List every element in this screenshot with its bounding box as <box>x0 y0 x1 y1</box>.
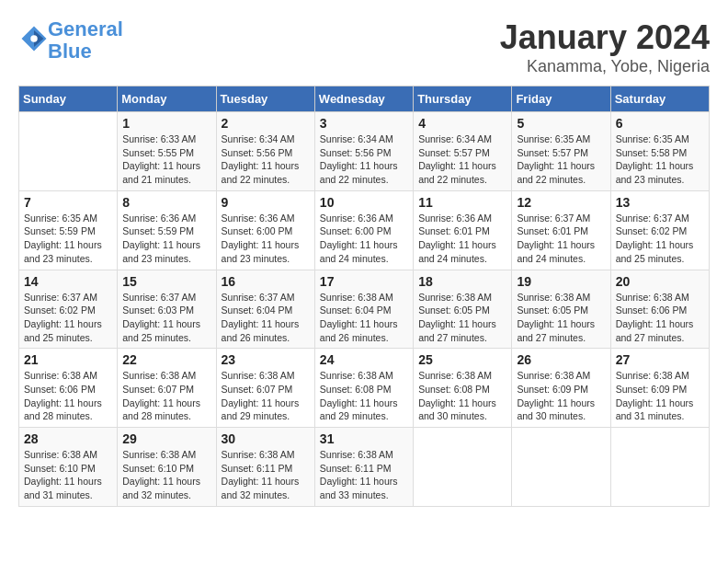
day-number: 23 <box>222 352 310 367</box>
day-number: 9 <box>222 195 310 210</box>
col-header-monday: Monday <box>118 86 216 112</box>
day-info: Sunrise: 6:34 AM Sunset: 5:57 PM Dayligh… <box>418 132 506 187</box>
day-number: 29 <box>122 431 210 446</box>
logo-icon <box>20 25 48 52</box>
day-number: 24 <box>320 352 408 367</box>
day-info: Sunrise: 6:35 AM Sunset: 5:57 PM Dayligh… <box>517 132 605 187</box>
calendar-header-row: SundayMondayTuesdayWednesdayThursdayFrid… <box>19 86 710 112</box>
logo-line1: General <box>48 17 123 40</box>
day-info: Sunrise: 6:37 AM Sunset: 6:04 PM Dayligh… <box>222 291 310 345</box>
day-number: 8 <box>122 195 210 210</box>
day-info: Sunrise: 6:37 AM Sunset: 6:03 PM Dayligh… <box>122 291 210 345</box>
day-info: Sunrise: 6:38 AM Sunset: 6:06 PM Dayligh… <box>24 369 112 423</box>
day-number: 2 <box>222 116 310 131</box>
calendar-week-row: 21Sunrise: 6:38 AM Sunset: 6:06 PM Dayli… <box>19 349 710 428</box>
day-info: Sunrise: 6:37 AM Sunset: 6:02 PM Dayligh… <box>24 291 112 345</box>
day-info: Sunrise: 6:38 AM Sunset: 6:06 PM Dayligh… <box>616 291 704 345</box>
day-number: 7 <box>24 195 112 210</box>
calendar-cell: 10Sunrise: 6:36 AM Sunset: 6:00 PM Dayli… <box>314 190 413 270</box>
calendar-cell: 28Sunrise: 6:38 AM Sunset: 6:10 PM Dayli… <box>19 428 118 507</box>
svg-point-2 <box>30 35 38 42</box>
day-info: Sunrise: 6:38 AM Sunset: 6:07 PM Dayligh… <box>122 369 210 423</box>
calendar-cell: 8Sunrise: 6:36 AM Sunset: 5:59 PM Daylig… <box>118 190 216 270</box>
calendar-cell: 1Sunrise: 6:33 AM Sunset: 5:55 PM Daylig… <box>118 112 216 191</box>
calendar-cell: 12Sunrise: 6:37 AM Sunset: 6:01 PM Dayli… <box>512 190 610 270</box>
calendar-cell: 13Sunrise: 6:37 AM Sunset: 6:02 PM Dayli… <box>610 190 709 270</box>
calendar-cell: 31Sunrise: 6:38 AM Sunset: 6:11 PM Dayli… <box>314 428 413 507</box>
day-number: 30 <box>222 431 310 446</box>
col-header-saturday: Saturday <box>610 86 709 112</box>
day-number: 28 <box>24 431 112 446</box>
day-info: Sunrise: 6:36 AM Sunset: 5:59 PM Dayligh… <box>122 212 210 266</box>
day-number: 5 <box>517 116 605 131</box>
calendar-cell: 19Sunrise: 6:38 AM Sunset: 6:05 PM Dayli… <box>512 270 610 349</box>
calendar-cell: 30Sunrise: 6:38 AM Sunset: 6:11 PM Dayli… <box>216 428 314 507</box>
col-header-sunday: Sunday <box>19 86 118 112</box>
day-info: Sunrise: 6:38 AM Sunset: 6:09 PM Dayligh… <box>517 369 605 423</box>
calendar-cell: 23Sunrise: 6:38 AM Sunset: 6:07 PM Dayli… <box>216 349 314 428</box>
calendar-cell: 18Sunrise: 6:38 AM Sunset: 6:05 PM Dayli… <box>414 270 512 349</box>
day-info: Sunrise: 6:35 AM Sunset: 5:58 PM Dayligh… <box>616 132 704 187</box>
calendar-cell: 22Sunrise: 6:38 AM Sunset: 6:07 PM Dayli… <box>118 349 216 428</box>
calendar-cell: 11Sunrise: 6:36 AM Sunset: 6:01 PM Dayli… <box>414 190 512 270</box>
day-info: Sunrise: 6:37 AM Sunset: 6:01 PM Dayligh… <box>517 212 605 266</box>
day-info: Sunrise: 6:38 AM Sunset: 6:09 PM Dayligh… <box>616 369 704 423</box>
day-number: 20 <box>616 274 704 289</box>
day-info: Sunrise: 6:38 AM Sunset: 6:10 PM Dayligh… <box>24 448 112 502</box>
calendar-cell: 21Sunrise: 6:38 AM Sunset: 6:06 PM Dayli… <box>19 349 118 428</box>
title-block: January 2024 Kanamma, Yobe, Nigeria <box>500 18 710 76</box>
logo-text: General Blue <box>48 18 123 63</box>
day-info: Sunrise: 6:38 AM Sunset: 6:11 PM Dayligh… <box>320 448 408 502</box>
day-number: 27 <box>616 352 704 367</box>
day-number: 12 <box>517 195 605 210</box>
calendar-cell: 25Sunrise: 6:38 AM Sunset: 6:08 PM Dayli… <box>414 349 512 428</box>
day-number: 6 <box>616 116 704 131</box>
day-number: 31 <box>320 431 408 446</box>
calendar-cell: 9Sunrise: 6:36 AM Sunset: 6:00 PM Daylig… <box>216 190 314 270</box>
calendar-week-row: 28Sunrise: 6:38 AM Sunset: 6:10 PM Dayli… <box>19 428 710 507</box>
day-info: Sunrise: 6:37 AM Sunset: 6:02 PM Dayligh… <box>616 212 704 266</box>
day-info: Sunrise: 6:38 AM Sunset: 6:04 PM Dayligh… <box>320 291 408 345</box>
col-header-thursday: Thursday <box>414 86 512 112</box>
calendar-cell: 4Sunrise: 6:34 AM Sunset: 5:57 PM Daylig… <box>414 112 512 191</box>
day-number: 17 <box>320 274 408 289</box>
day-number: 19 <box>517 274 605 289</box>
calendar-cell: 6Sunrise: 6:35 AM Sunset: 5:58 PM Daylig… <box>610 112 709 191</box>
day-info: Sunrise: 6:36 AM Sunset: 6:00 PM Dayligh… <box>320 212 408 266</box>
day-number: 3 <box>320 116 408 131</box>
day-number: 21 <box>24 352 112 367</box>
calendar-week-row: 7Sunrise: 6:35 AM Sunset: 5:59 PM Daylig… <box>19 190 710 270</box>
col-header-friday: Friday <box>512 86 610 112</box>
day-number: 4 <box>418 116 506 131</box>
calendar-cell: 2Sunrise: 6:34 AM Sunset: 5:56 PM Daylig… <box>216 112 314 191</box>
day-info: Sunrise: 6:38 AM Sunset: 6:05 PM Dayligh… <box>517 291 605 345</box>
calendar-cell: 27Sunrise: 6:38 AM Sunset: 6:09 PM Dayli… <box>610 349 709 428</box>
calendar-title: January 2024 <box>500 18 710 57</box>
day-number: 13 <box>616 195 704 210</box>
day-info: Sunrise: 6:38 AM Sunset: 6:05 PM Dayligh… <box>418 291 506 345</box>
day-number: 1 <box>122 116 210 131</box>
calendar-cell: 24Sunrise: 6:38 AM Sunset: 6:08 PM Dayli… <box>314 349 413 428</box>
day-number: 25 <box>418 352 506 367</box>
day-info: Sunrise: 6:33 AM Sunset: 5:55 PM Dayligh… <box>122 132 210 187</box>
logo-line2: Blue <box>48 40 92 63</box>
calendar-cell: 26Sunrise: 6:38 AM Sunset: 6:09 PM Dayli… <box>512 349 610 428</box>
calendar-cell <box>512 428 610 507</box>
day-info: Sunrise: 6:34 AM Sunset: 5:56 PM Dayligh… <box>320 132 408 187</box>
day-info: Sunrise: 6:38 AM Sunset: 6:08 PM Dayligh… <box>418 369 506 423</box>
col-header-tuesday: Tuesday <box>216 86 314 112</box>
calendar-cell <box>414 428 512 507</box>
calendar-cell: 14Sunrise: 6:37 AM Sunset: 6:02 PM Dayli… <box>19 270 118 349</box>
day-number: 16 <box>222 274 310 289</box>
day-number: 14 <box>24 274 112 289</box>
calendar-table: SundayMondayTuesdayWednesdayThursdayFrid… <box>18 86 710 507</box>
day-info: Sunrise: 6:36 AM Sunset: 6:00 PM Dayligh… <box>222 212 310 266</box>
day-info: Sunrise: 6:38 AM Sunset: 6:08 PM Dayligh… <box>320 369 408 423</box>
day-info: Sunrise: 6:35 AM Sunset: 5:59 PM Dayligh… <box>24 212 112 266</box>
day-info: Sunrise: 6:38 AM Sunset: 6:10 PM Dayligh… <box>122 448 210 502</box>
calendar-week-row: 14Sunrise: 6:37 AM Sunset: 6:02 PM Dayli… <box>19 270 710 349</box>
logo: General Blue <box>18 18 123 63</box>
calendar-cell: 7Sunrise: 6:35 AM Sunset: 5:59 PM Daylig… <box>19 190 118 270</box>
day-number: 11 <box>418 195 506 210</box>
day-number: 26 <box>517 352 605 367</box>
